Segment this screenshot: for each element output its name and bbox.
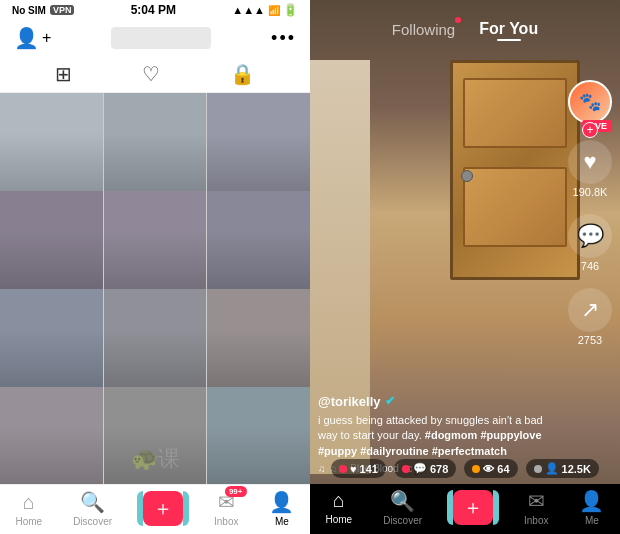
profile-header: 👤 + •••: [0, 20, 310, 56]
comment-icon[interactable]: 💬: [568, 214, 612, 258]
nav-me-label: Me: [275, 516, 289, 527]
rinbox-icon: ✉: [528, 489, 545, 513]
video-grid: 306.0K 147.5K 148.3K 5.0M: [0, 93, 310, 484]
nav-add-post[interactable]: ＋: [143, 491, 183, 526]
nav-inbox-label: Inbox: [214, 516, 238, 527]
active-underline: [497, 39, 521, 41]
avatar-image: 🐾: [579, 91, 601, 113]
video-cell[interactable]: 186.1K: [104, 387, 207, 484]
nav-inbox[interactable]: ✉ Inbox 99+: [214, 490, 238, 527]
door-handle: [461, 170, 473, 182]
door-panel-bottom: [463, 167, 567, 247]
rdiscover-icon: 🔍: [390, 489, 415, 513]
stat-comments: 💬 678: [394, 459, 456, 478]
stat-followers: 👤 12.5K: [526, 459, 599, 478]
following-tab[interactable]: Following: [392, 21, 455, 38]
video-thumbnail: [104, 427, 207, 484]
share-count: 2753: [578, 334, 602, 346]
followers-count: 12.5K: [562, 463, 591, 475]
nav-discover-label: Discover: [73, 516, 112, 527]
rnav-me[interactable]: 👤 Me: [579, 489, 604, 526]
more-options-button[interactable]: •••: [271, 28, 296, 49]
grid-view-icon[interactable]: ⊞: [55, 62, 72, 86]
radd-post-button[interactable]: ＋: [453, 490, 493, 525]
likes-dot: [339, 465, 347, 473]
share-icon[interactable]: ↗: [568, 288, 612, 332]
right-actions: ♥ 190.8K 💬 746 ↗ 2753: [568, 140, 612, 346]
me-icon: 👤: [269, 490, 294, 514]
nav-home[interactable]: ⌂ Home: [15, 491, 42, 527]
sim-info: No SIM VPN: [12, 5, 74, 16]
share-action[interactable]: ↗ 2753: [568, 288, 612, 346]
live-avatar[interactable]: 🐾: [568, 80, 612, 124]
like-count: 190.8K: [573, 186, 608, 198]
profile-name-bar: [111, 27, 211, 49]
viewers-count: 64: [497, 463, 509, 475]
right-panel: Following For You 🐾 LIVE + ♥ 190.8K 💬 74…: [310, 0, 620, 534]
bottom-nav: ⌂ Home 🔍 Discover ＋ ✉ Inbox 99+ 👤 Me: [0, 484, 310, 534]
add-post-button[interactable]: ＋: [143, 491, 183, 526]
rnav-inbox[interactable]: ✉ Inbox: [524, 489, 548, 526]
stat-viewers: 👁 64: [464, 459, 517, 478]
video-cell[interactable]: 183.9K: [0, 387, 103, 484]
signal-icon: ▲▲▲: [232, 4, 265, 16]
add-user-button[interactable]: 👤 +: [14, 26, 51, 50]
video-thumbnail: [0, 427, 103, 484]
rnav-add[interactable]: ＋: [453, 490, 493, 525]
right-top-nav: Following For You: [310, 20, 620, 38]
battery-icon: 🔋: [283, 3, 298, 17]
video-description: i guess being attacked by snuggles ain't…: [318, 413, 560, 459]
door-panel-top: [463, 78, 567, 148]
right-bottom-nav: ⌂ Home 🔍 Discover ＋ ✉ Inbox 👤 Me: [310, 484, 620, 534]
likes-icon: ♥: [350, 463, 357, 475]
comment-count: 746: [581, 260, 599, 272]
rme-icon: 👤: [579, 489, 604, 513]
status-bar: No SIM VPN 5:04 PM ▲▲▲ 📶 🔋: [0, 0, 310, 20]
verified-icon: ✔: [385, 394, 395, 408]
video-thumbnail: [207, 427, 310, 484]
profile-icons-row: ⊞ ♡ 🔒: [0, 56, 310, 93]
stat-likes: ♥ 141: [331, 459, 386, 478]
for-you-tab[interactable]: For You: [479, 20, 538, 38]
liked-videos-icon[interactable]: ♡: [142, 62, 160, 86]
home-icon: ⌂: [23, 491, 35, 514]
comments-icon: 💬: [413, 462, 427, 475]
left-panel: No SIM VPN 5:04 PM ▲▲▲ 📶 🔋 👤 + ••• ⊞ ♡ 🔒…: [0, 0, 310, 534]
rhome-icon: ⌂: [333, 489, 345, 512]
rnav-discover[interactable]: 🔍 Discover: [383, 489, 422, 526]
like-icon[interactable]: ♥: [568, 140, 612, 184]
likes-count: 141: [360, 463, 378, 475]
followers-icon: 👤: [545, 462, 559, 475]
video-cell[interactable]: 1.3M: [207, 387, 310, 484]
viewers-icon: 👁: [483, 463, 494, 475]
rnav-inbox-label: Inbox: [524, 515, 548, 526]
comments-count: 678: [430, 463, 448, 475]
vpn-badge: VPN: [50, 5, 75, 15]
following-dot: [455, 17, 461, 23]
plus-icon: ＋: [153, 495, 173, 522]
comment-action[interactable]: 💬 746: [568, 214, 612, 272]
time-display: 5:04 PM: [131, 3, 176, 17]
rnav-discover-label: Discover: [383, 515, 422, 526]
plus-icon: +: [42, 29, 51, 47]
viewers-dot: [472, 465, 480, 473]
followers-dot: [534, 465, 542, 473]
nav-discover[interactable]: 🔍 Discover: [73, 490, 112, 527]
follow-plus-button[interactable]: +: [582, 122, 598, 138]
no-sim-text: No SIM: [12, 5, 46, 16]
inbox-badge: 99+: [225, 486, 247, 497]
live-stats-bar: ♥ 141 💬 678 👁 64 👤 12.5K: [310, 459, 620, 478]
wifi-icon: 📶: [268, 5, 280, 16]
discover-icon: 🔍: [80, 490, 105, 514]
door-visual: [450, 60, 580, 280]
person-icon: 👤: [14, 26, 39, 50]
username[interactable]: @torikelly ✔: [318, 394, 560, 409]
like-action[interactable]: ♥ 190.8K: [568, 140, 612, 198]
private-icon[interactable]: 🔒: [230, 62, 255, 86]
rnav-home[interactable]: ⌂ Home: [325, 489, 352, 525]
battery-area: ▲▲▲ 📶 🔋: [232, 3, 298, 17]
comments-dot: [402, 465, 410, 473]
rnav-me-label: Me: [585, 515, 599, 526]
nav-home-label: Home: [15, 516, 42, 527]
nav-me[interactable]: 👤 Me: [269, 490, 294, 527]
